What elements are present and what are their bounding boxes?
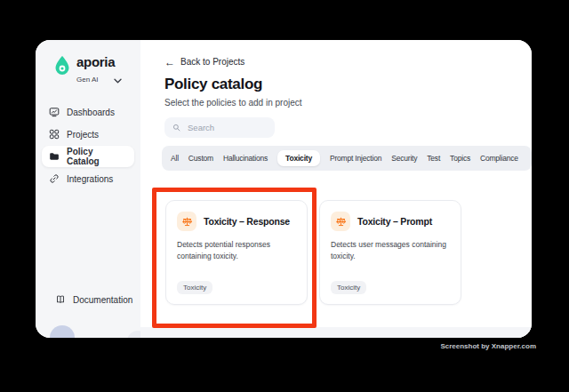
sidebar-item-label: Dashboards bbox=[67, 108, 115, 117]
avatar-partial bbox=[50, 325, 75, 338]
tab-test[interactable]: Test bbox=[427, 150, 440, 166]
sidebar-item-documentation[interactable]: Documentation bbox=[48, 289, 128, 310]
policy-card-title: Toxicity – Response bbox=[204, 216, 290, 227]
policy-card-tag: Toxicity bbox=[177, 281, 212, 294]
chevron-down-icon[interactable] bbox=[114, 71, 122, 87]
tab-topics[interactable]: Topics bbox=[450, 150, 470, 166]
filter-tabs: All Custom Hallucinations Toxicity Promp… bbox=[162, 146, 532, 171]
tab-all[interactable]: All bbox=[171, 150, 179, 166]
policy-card-list: Toxicity – Response Detects potential re… bbox=[165, 200, 461, 305]
bottom-strip bbox=[140, 327, 532, 338]
sidebar: aporia Gen AI Dashboards bbox=[36, 40, 140, 338]
brand-name: aporia bbox=[76, 55, 122, 68]
watermark-text: Screenshot by Xnapper.com bbox=[440, 342, 536, 350]
policy-card-toxicity-prompt[interactable]: Toxicity – Prompt Detects user messages … bbox=[319, 200, 461, 305]
scales-icon bbox=[331, 212, 350, 231]
policy-card-description: Detects potential responses containing t… bbox=[177, 239, 303, 262]
tab-hallucinations[interactable]: Hallucinations bbox=[223, 150, 268, 166]
workspace-switcher[interactable]: aporia Gen AI bbox=[36, 40, 140, 87]
sidebar-item-projects[interactable]: Projects bbox=[42, 124, 134, 145]
main-content: ← Back to Projects Policy catalog Select… bbox=[140, 40, 532, 338]
policy-card-tag: Toxicity bbox=[331, 281, 366, 294]
projects-grid-icon bbox=[49, 129, 60, 140]
page-title: Policy catalog bbox=[164, 76, 262, 93]
workspace-name: Gen AI bbox=[76, 76, 98, 84]
tab-compliance[interactable]: Compliance bbox=[480, 150, 518, 166]
scales-icon bbox=[177, 212, 196, 231]
sidebar-item-integrations[interactable]: Integrations bbox=[42, 168, 134, 189]
back-to-projects-link[interactable]: ← Back to Projects bbox=[164, 57, 244, 67]
back-arrow-icon: ← bbox=[164, 58, 175, 67]
sidebar-item-label: Projects bbox=[67, 130, 99, 140]
sidebar-item-policy-catalog[interactable]: Policy Catalog bbox=[42, 146, 134, 167]
policy-card-title: Toxicity – Prompt bbox=[357, 216, 432, 227]
dashboard-icon bbox=[49, 107, 60, 117]
sidebar-item-label: Integrations bbox=[67, 174, 113, 184]
link-icon bbox=[49, 173, 60, 184]
back-link-label: Back to Projects bbox=[180, 57, 244, 67]
sidebar-item-label: Documentation bbox=[73, 295, 132, 305]
policy-card-toxicity-response[interactable]: Toxicity – Response Detects potential re… bbox=[165, 200, 308, 305]
tab-security[interactable]: Security bbox=[391, 150, 417, 166]
policy-card-description: Detects user messages containing toxicit… bbox=[331, 239, 457, 262]
search-box[interactable] bbox=[164, 117, 275, 138]
tab-toxicity[interactable]: Toxicity bbox=[277, 150, 320, 166]
page-subtitle: Select the policies to add in project bbox=[164, 98, 302, 108]
tab-prompt-injection[interactable]: Prompt Injection bbox=[330, 150, 381, 166]
app-window: aporia Gen AI Dashboards bbox=[36, 40, 532, 338]
aporia-logo-icon bbox=[53, 55, 71, 82]
book-icon bbox=[55, 294, 66, 305]
folder-icon bbox=[49, 151, 60, 162]
sidebar-item-label: Policy Catalog bbox=[67, 147, 127, 166]
search-input[interactable] bbox=[186, 122, 267, 133]
tab-custom[interactable]: Custom bbox=[188, 150, 213, 166]
sidebar-nav: Dashboards Projects Policy Catalog bbox=[36, 101, 140, 189]
search-icon bbox=[172, 123, 180, 132]
sidebar-item-dashboards[interactable]: Dashboards bbox=[42, 101, 134, 123]
